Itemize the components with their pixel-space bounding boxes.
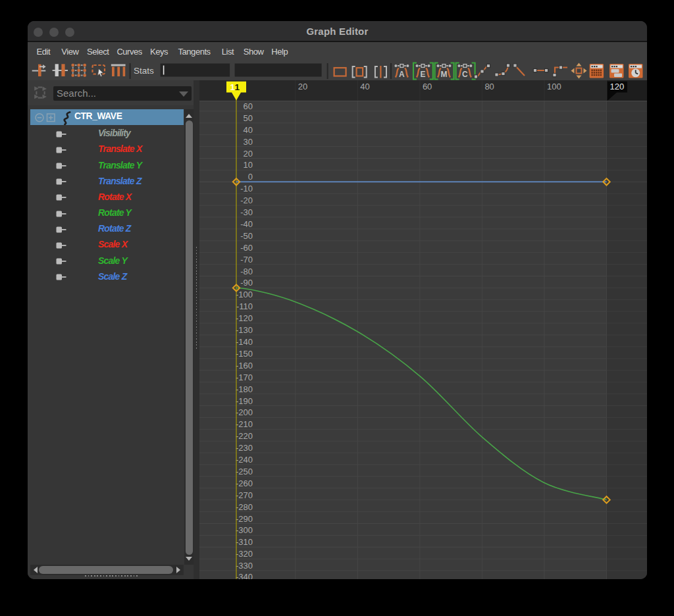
svg-text:0: 0 — [248, 172, 253, 182]
svg-text:-150: -150 — [236, 349, 253, 359]
svg-text:-330: -330 — [236, 561, 253, 571]
svg-text:-310: -310 — [236, 537, 253, 547]
svg-text:-10: -10 — [240, 184, 253, 193]
svg-text:-120: -120 — [236, 313, 253, 323]
svg-text:10: 10 — [244, 160, 253, 170]
svg-text:-220: -220 — [236, 431, 253, 441]
svg-text:60: 60 — [244, 101, 253, 111]
svg-text:C: C — [462, 70, 468, 79]
svg-text:40: 40 — [360, 82, 369, 91]
svg-text:20: 20 — [244, 149, 253, 159]
svg-text:50: 50 — [244, 113, 253, 123]
svg-text:-80: -80 — [240, 267, 253, 276]
svg-text:100: 100 — [547, 82, 561, 91]
svg-text:-240: -240 — [236, 455, 253, 465]
svg-text:-340: -340 — [236, 572, 253, 579]
svg-text:80: 80 — [484, 82, 494, 91]
svg-text:-30: -30 — [240, 207, 253, 217]
svg-text:-140: -140 — [236, 337, 253, 347]
svg-text:-180: -180 — [236, 384, 253, 394]
svg-text:20: 20 — [298, 82, 307, 91]
svg-text:-260: -260 — [236, 478, 253, 488]
svg-text:-320: -320 — [236, 549, 253, 559]
svg-text:-100: -100 — [236, 290, 253, 299]
svg-text:M: M — [441, 70, 448, 79]
svg-text:-20: -20 — [240, 195, 253, 205]
svg-text:Stats: Stats — [134, 66, 154, 76]
svg-text:A: A — [399, 70, 405, 79]
svg-text:40: 40 — [244, 125, 253, 135]
svg-text:-280: -280 — [236, 502, 253, 512]
svg-text:-170: -170 — [236, 372, 253, 382]
svg-text:-50: -50 — [240, 231, 253, 241]
svg-text:E: E — [420, 70, 425, 79]
svg-text:-190: -190 — [236, 396, 253, 406]
svg-text:120: 120 — [610, 82, 625, 91]
svg-text:-300: -300 — [236, 525, 253, 535]
svg-text:1: 1 — [235, 82, 240, 92]
svg-text:-40: -40 — [240, 219, 253, 229]
svg-text:-60: -60 — [240, 243, 253, 253]
svg-text:-290: -290 — [236, 514, 253, 524]
svg-text:-250: -250 — [236, 467, 253, 476]
svg-text:-90: -90 — [240, 278, 253, 288]
svg-text:-160: -160 — [236, 361, 253, 371]
svg-text:-130: -130 — [236, 325, 253, 335]
svg-text:-210: -210 — [236, 419, 253, 429]
svg-text:-200: -200 — [236, 407, 253, 417]
svg-text:60: 60 — [423, 82, 432, 91]
svg-text:-110: -110 — [236, 301, 253, 311]
svg-text:-270: -270 — [236, 490, 253, 500]
svg-text:30: 30 — [244, 137, 253, 147]
svg-text:-230: -230 — [236, 443, 253, 453]
svg-text:-70: -70 — [240, 255, 253, 265]
